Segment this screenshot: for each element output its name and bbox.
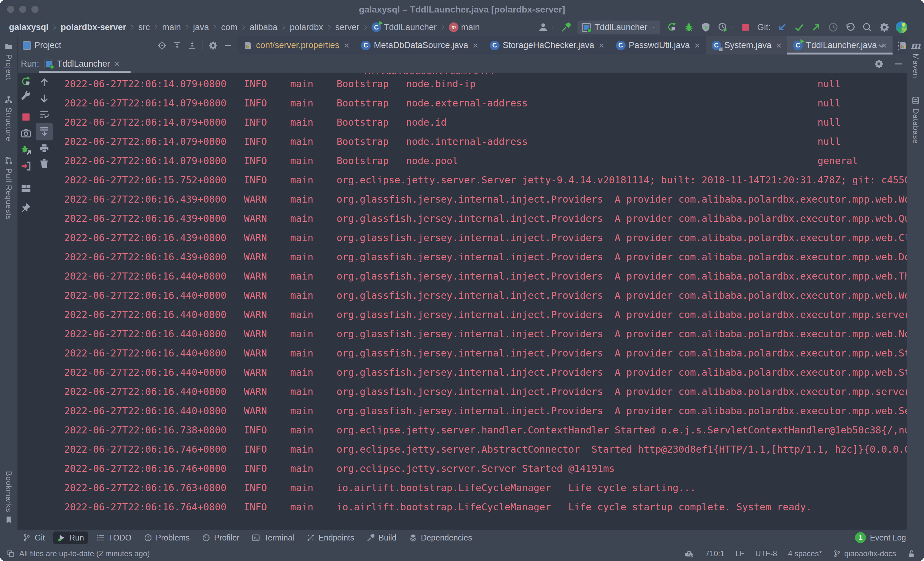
profiler-icon [202, 533, 210, 542]
left-toolwindow-stripe: ProjectStructurePull RequestsBookmarks [0, 36, 18, 530]
run-panel-controls [874, 54, 903, 73]
more-tabs-icon[interactable]: ⋮ [893, 39, 904, 52]
build-project-button[interactable] [561, 22, 572, 33]
project-panel-title[interactable]: Project [34, 40, 61, 50]
breadcrumb-item-main[interactable]: mmain [449, 22, 480, 32]
locate-file-icon[interactable] [157, 41, 167, 50]
close-tab-icon[interactable]: × [694, 40, 700, 51]
hide-project-panel-icon[interactable] [223, 41, 233, 50]
close-tab-icon[interactable]: × [776, 40, 782, 51]
debug-button[interactable] [683, 22, 694, 33]
run-tab[interactable]: TddlLauncher × [39, 54, 126, 73]
toolwindows-toggle-icon[interactable] [6, 549, 15, 558]
rollback-icon [845, 22, 856, 33]
editor-tab-system-java[interactable]: CSystem.java× [706, 36, 788, 54]
toolwindow-button-git[interactable]: Git [19, 531, 49, 544]
close-tab-icon[interactable]: × [472, 40, 478, 51]
stripe-button-maven[interactable]: mMaven [910, 41, 921, 78]
run-config-selector[interactable]: TddlLauncher [578, 21, 660, 34]
editor-tab-metadbdatasource-java[interactable]: CMetaDbDataSource.java× [355, 36, 484, 54]
tab-label: StorageHaChecker.java [503, 40, 594, 50]
toolwindow-button-terminal[interactable]: Terminal [248, 531, 298, 544]
run-console[interactable]: initdb?account?com:1477 2022-06-27T22:06… [18, 73, 907, 530]
run-button[interactable] [666, 22, 677, 33]
event-log-button[interactable]: 1 Event Log [855, 530, 906, 546]
close-tab-icon[interactable]: × [598, 40, 604, 51]
run-config-label: TddlLauncher [594, 22, 648, 32]
breadcrumb-item-com[interactable]: com [221, 22, 237, 32]
stripe-button-bookmarks[interactable]: Bookmarks [4, 471, 13, 524]
breadcrumb-item-alibaba[interactable]: alibaba [250, 22, 278, 32]
caret-position[interactable]: 710:1 [705, 549, 724, 558]
class-icon: C [361, 41, 370, 50]
git-commit-button[interactable] [794, 22, 805, 33]
breadcrumb-item-main[interactable]: main [162, 22, 181, 32]
editor-tab-storagehachecker-java[interactable]: CStorageHaChecker.java× [484, 36, 610, 54]
hidden-tabs-chevron-icon[interactable] [876, 41, 886, 50]
toolwindow-button-todo[interactable]: TODO [92, 531, 135, 544]
svg-text:?: ? [687, 551, 690, 556]
settings-button[interactable] [879, 22, 890, 33]
breadcrumb-item-server[interactable]: server [335, 22, 359, 32]
run-configuration-icon [582, 23, 591, 32]
toolwindow-button-problems[interactable]: Problems [140, 531, 194, 544]
stripe-button-pull-requests[interactable]: Pull Requests [4, 156, 13, 220]
ide-sphere-button[interactable] [896, 21, 908, 33]
user-menu-button[interactable] [538, 22, 554, 33]
unlock-icon[interactable] [907, 549, 916, 558]
search-everywhere-button[interactable] [862, 22, 873, 33]
close-run-tab-icon[interactable]: × [114, 58, 120, 69]
toolwindow-button-profiler[interactable]: Profiler [198, 531, 243, 544]
toolwindow-button-label: TODO [108, 533, 132, 542]
toolwindow-button-build[interactable]: Build [363, 531, 400, 544]
chevron-down-icon [730, 25, 734, 29]
right-toolwindow-stripe: mMavenDatabase [907, 36, 924, 530]
lock-overlay-icon [719, 48, 723, 51]
toolwindow-button-label: Problems [156, 533, 190, 542]
breadcrumb-item-polardbx-server[interactable]: polardbx-server [61, 22, 126, 32]
breadcrumb-item-tddllauncher[interactable]: CTddlLauncher [372, 22, 436, 32]
cloud-config-icon[interactable]: ? [684, 549, 694, 559]
collapse-all-icon[interactable] [188, 41, 197, 50]
stripe-button-structure[interactable]: Structure [4, 95, 13, 141]
editor-tab-passwdutil-java[interactable]: CPasswdUtil.java× [610, 36, 706, 54]
log-line: 2022-06-27T22:06:14.079+0800 INFO main B… [18, 132, 907, 151]
class-icon: C [372, 22, 381, 32]
line-separator[interactable]: LF [735, 549, 744, 558]
log-line: 2022-06-27T22:06:16.440+0800 WARN main o… [18, 286, 907, 305]
breadcrumb-item-galaxysql[interactable]: galaxysql [9, 22, 48, 32]
rollback-button[interactable] [845, 22, 856, 33]
git-branch-widget[interactable]: qiaoao/fix-docs [833, 549, 896, 558]
hide-run-panel-icon[interactable] [894, 59, 903, 69]
toolwindow-button-run[interactable]: Run [53, 531, 88, 544]
search-everywhere-icon [862, 22, 873, 33]
breadcrumb-item-polardbx[interactable]: polardbx [290, 22, 323, 32]
breadcrumb: galaxysqlpolardbx-serversrcmainjavacomal… [9, 18, 480, 36]
close-tab-icon[interactable]: × [344, 40, 350, 51]
toolwindow-button-endpoints[interactable]: Endpoints [303, 531, 358, 544]
breadcrumb-item-src[interactable]: src [138, 22, 150, 32]
local-history-button[interactable] [828, 22, 838, 33]
properties-file-icon [243, 41, 253, 50]
run-overlay-icon [379, 21, 383, 25]
toolbar-divider [202, 41, 203, 50]
git-update-button[interactable] [777, 22, 788, 33]
expand-all-icon[interactable] [172, 41, 182, 50]
stop-button[interactable] [740, 22, 751, 33]
file-encoding[interactable]: UTF-8 [755, 549, 777, 558]
run-icon [666, 22, 677, 33]
project-settings-icon[interactable] [208, 41, 218, 50]
stop-icon [740, 22, 751, 33]
indent-style[interactable]: 4 spaces* [788, 549, 822, 558]
breadcrumb-item-java[interactable]: java [193, 22, 209, 32]
stripe-button-project[interactable]: Project [4, 42, 13, 81]
git-push-button[interactable] [811, 22, 822, 33]
chevron-down-icon[interactable] [64, 44, 69, 47]
breadcrumb-label: server [335, 22, 359, 32]
run-panel-settings-icon[interactable] [874, 59, 884, 69]
stripe-button-database[interactable]: Database [911, 96, 920, 144]
profile-button[interactable] [717, 22, 734, 33]
toolwindow-button-dependencies[interactable]: Dependencies [405, 531, 476, 544]
editor-tab-conf-server-properties[interactable]: conf/server.properties× [237, 36, 355, 54]
run-with-coverage-button[interactable] [700, 22, 711, 33]
